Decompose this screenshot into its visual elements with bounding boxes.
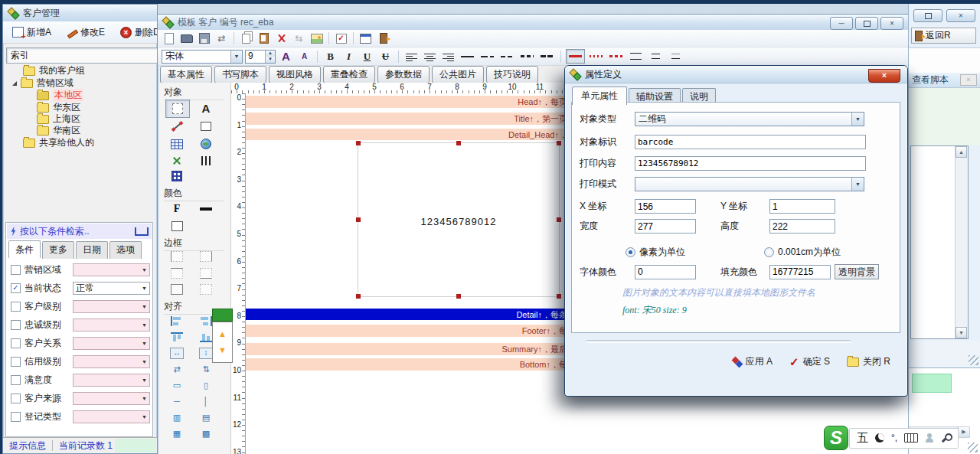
border-none-tool[interactable]	[194, 281, 217, 298]
checkbox[interactable]	[11, 320, 21, 330]
resize-handle[interactable]	[356, 294, 361, 299]
align-right-button[interactable]	[440, 49, 456, 64]
border-all-tool[interactable]	[165, 281, 188, 298]
height-field[interactable]	[769, 219, 835, 234]
filter-header[interactable]: 按以下条件检索..	[7, 224, 152, 239]
rectangle-tool[interactable]	[194, 118, 217, 135]
return-button[interactable]: 返回R	[911, 28, 976, 44]
exit-button[interactable]	[375, 31, 391, 46]
tree-item-marketing-region[interactable]: 营销区域	[12, 77, 74, 89]
grid-cols-tool[interactable]: ▤	[194, 409, 217, 426]
center-horizontal-tool[interactable]: ↔	[165, 345, 188, 361]
same-width-tool[interactable]: ⇄	[165, 361, 188, 377]
halfwidth-moon-icon[interactable]	[875, 433, 884, 443]
fill-color-tool[interactable]	[165, 217, 188, 234]
dropdown[interactable]: ▼	[73, 300, 150, 313]
resize-handle[interactable]	[557, 294, 561, 299]
exchange-button[interactable]: ⇆	[291, 31, 307, 46]
line-dash-button[interactable]	[479, 50, 496, 63]
tree-item-local-region[interactable]: 本地区	[37, 90, 83, 101]
same-height-tool[interactable]: ⇅	[194, 361, 217, 377]
tab-date[interactable]: 日期	[76, 241, 108, 259]
line-thick-dash-button[interactable]	[518, 50, 536, 63]
barcode-object-selection[interactable]: 123456789012	[358, 142, 560, 297]
save-button[interactable]	[196, 31, 212, 46]
dropdown[interactable]: 正常▼	[73, 282, 150, 295]
checkbox[interactable]	[11, 394, 21, 403]
account-icon[interactable]	[925, 433, 934, 443]
align-left-button[interactable]	[403, 49, 420, 64]
fill-color-field[interactable]	[769, 265, 831, 279]
align-center-button[interactable]	[422, 49, 438, 64]
apply-button[interactable]: 应用 A	[732, 355, 773, 368]
dialog-close-button[interactable]: ×	[868, 69, 900, 83]
tab-condition[interactable]: 条件	[8, 240, 41, 258]
dropdown[interactable]: ▼	[73, 374, 150, 387]
vline-tool[interactable]: │	[194, 393, 217, 410]
dropdown[interactable]: ▼	[73, 337, 150, 350]
customer-manager-titlebar[interactable]: 客户管理	[3, 5, 157, 22]
line-red-dots-button[interactable]	[587, 50, 605, 63]
border-top-tool[interactable]	[165, 265, 188, 282]
close-button[interactable]: ×	[880, 17, 903, 30]
spinner-icons[interactable]: ▲▼	[265, 51, 275, 63]
resize-handle[interactable]	[456, 141, 461, 145]
checkbox-checked[interactable]: ✓	[11, 283, 21, 293]
copy-button[interactable]	[238, 31, 254, 46]
font-shrink-button[interactable]: A	[296, 49, 312, 64]
strikethrough-button[interactable]: U	[377, 49, 394, 64]
print-content-field[interactable]	[635, 156, 866, 171]
line-thick-button[interactable]	[538, 50, 556, 63]
collapse-icon[interactable]	[135, 227, 149, 236]
scroll-right-icon[interactable]: ▶	[958, 427, 969, 437]
import-export-button[interactable]: ⇄	[214, 31, 230, 46]
resize-grip[interactable]	[969, 355, 978, 365]
add-button[interactable]: 新增A	[7, 24, 57, 41]
align-tops-tool[interactable]	[165, 328, 188, 345]
ime-mode[interactable]: 五	[857, 431, 868, 446]
tab-cell-props[interactable]: 单元属性	[572, 87, 627, 105]
tab-tips[interactable]: 技巧说明	[486, 66, 538, 83]
paste-button[interactable]	[256, 31, 272, 46]
grid-rows-tool[interactable]: ▥	[165, 409, 188, 426]
checkbox[interactable]	[11, 265, 21, 275]
resize-handle[interactable]	[356, 141, 361, 145]
script-text-area[interactable]: ▲ ▼	[910, 145, 969, 339]
tab-view-style[interactable]: 视图风格	[269, 66, 321, 83]
tab-shared-images[interactable]: 公共图片	[432, 66, 484, 83]
font-color-field[interactable]	[635, 265, 696, 279]
move-up-icon[interactable]: ▲	[218, 330, 227, 338]
y-field[interactable]	[769, 199, 835, 214]
line-color-tool[interactable]	[194, 201, 217, 217]
grid-dense-tool[interactable]: ▩	[194, 425, 217, 442]
space-horizontal-tool[interactable]: ▭	[165, 377, 188, 394]
text-tool[interactable]: A	[194, 100, 217, 116]
expand-icon[interactable]	[12, 81, 17, 86]
italic-button[interactable]: I	[341, 49, 357, 64]
x-field[interactable]	[635, 199, 696, 214]
checkbox[interactable]	[11, 338, 21, 348]
hline-tool[interactable]: ─	[165, 393, 188, 410]
font-size-stepper[interactable]: 9 ▲▼	[245, 50, 276, 64]
dropdown[interactable]: ▼	[73, 392, 150, 405]
border-left-tool[interactable]	[165, 248, 188, 265]
print-mode-select[interactable]: ▼	[635, 177, 864, 191]
border-bottom-tool[interactable]	[194, 265, 217, 282]
line-solid-button[interactable]	[459, 50, 476, 63]
dropdown[interactable]: ▼	[73, 410, 150, 423]
minimize-button[interactable]: ─	[830, 17, 853, 30]
font-color-tool[interactable]: F	[165, 201, 188, 217]
bold-button[interactable]: B	[322, 49, 338, 64]
settings-wrench-icon[interactable]	[942, 433, 950, 442]
tab-script[interactable]: 书写脚本	[214, 66, 266, 83]
tree-item-my-customers[interactable]: 我的客户组	[23, 65, 85, 77]
verify-button[interactable]: ✓	[333, 31, 349, 46]
font-family-select[interactable]: 宋体 ▼	[162, 50, 243, 64]
scroll-up-icon[interactable]: ▲	[956, 146, 967, 158]
checkbox[interactable]	[11, 302, 21, 312]
resize-handle[interactable]	[356, 217, 361, 222]
close-button[interactable]: ×	[946, 9, 975, 22]
checkbox[interactable]	[11, 412, 21, 422]
dropdown[interactable]: ▼	[73, 355, 150, 368]
resize-handle[interactable]	[557, 217, 561, 222]
